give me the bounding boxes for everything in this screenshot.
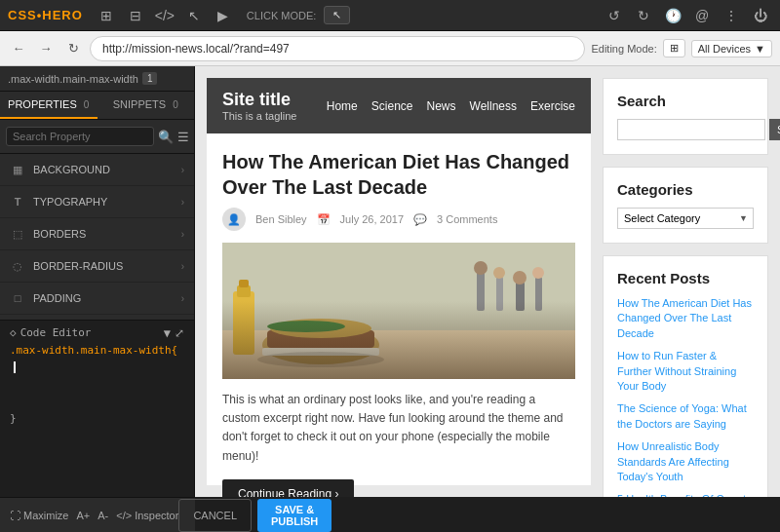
continue-reading-button[interactable]: Continue Reading › [222,479,354,497]
address-bar-row: ← → ↻ Editing Mode: ⊞ All Devices ▼ [0,31,780,66]
comment-icon: 💬 [413,213,427,226]
bottom-left-tools: ⛶ Maximize A+ A- </> Inspector [10,510,178,521]
prop-border-radius[interactable]: ◌ BORDER-RADIUS › [0,250,194,283]
post-title: How The American Diet Has Changed Over T… [222,149,575,200]
recent-post-2[interactable]: How to Run Faster & Further Without Stra… [617,349,754,394]
svg-point-6 [513,271,526,285]
at-icon[interactable]: @ [690,4,714,27]
power-icon[interactable]: ⏻ [749,4,772,27]
post-author: Ben Sibley [255,213,307,225]
devices-label: All Devices [698,43,751,55]
selector-bar: .max-width.main-max-width 1 [0,66,194,92]
tab-properties[interactable]: PROPERTIES 0 [0,92,98,119]
bottom-bar: ⛶ Maximize A+ A- </> Inspector CANCEL SA… [0,497,195,532]
more-tools-icon[interactable]: ▶ [212,4,235,27]
property-menu-icon[interactable]: ☰ [177,126,189,147]
font-up-label: A+ [76,510,90,521]
font-down-button[interactable]: A- [98,510,108,521]
maximize-icon: ⛶ [10,510,20,521]
font-up-button[interactable]: A+ [76,510,90,521]
url-input[interactable] [90,36,585,61]
categories-widget: Categories Select Category [603,167,768,244]
code-editor-dropdown-icon[interactable]: ▼ [164,326,171,340]
recent-post-4[interactable]: How Unrealistic Body Standards Are Affec… [617,439,754,484]
editing-mode-label: Editing Mode: [591,43,656,55]
properties-list: ▦ BACKGROUND › T TYPOGRAPHY › ⬚ BORDERS … [0,154,194,320]
nav-news[interactable]: News [427,99,456,113]
prop-padding-label: PADDING [33,292,81,304]
code-editor-label: Code Editor [20,326,92,339]
cursor-icon[interactable]: ↖ [182,4,206,27]
search-widget-input[interactable] [617,119,765,140]
nav-exercise[interactable]: Exercise [530,99,575,113]
selector-value: .max-width.main-max-width [8,73,138,85]
post-comments: 3 Comments [437,213,497,225]
site-title-block: Site title This is a tagline [222,90,296,122]
reload-button[interactable]: ↻ [62,38,84,59]
history-icon[interactable]: 🕐 [661,4,684,27]
typography-icon: T [10,194,25,209]
back-button[interactable]: ← [8,38,29,59]
prop-typography[interactable]: T TYPOGRAPHY › [0,186,194,218]
post-meta: 👤 Ben Sibley 📅 July 26, 2017 💬 3 Comment… [222,208,575,231]
post-date: July 26, 2017 [340,213,404,225]
prop-borders[interactable]: ⬚ BORDERS › [0,218,194,250]
inspector-label: Inspector [135,510,178,521]
site-preview: Site title This is a tagline Home Scienc… [207,78,591,485]
svg-point-4 [493,267,505,279]
grid-icon[interactable]: ⊞ [95,4,118,27]
search-widget: Search Search [603,78,768,155]
app-logo: CSS•HERO [8,8,83,22]
devices-dropdown[interactable]: All Devices ▼ [691,40,772,57]
code-editor: ◇ Code Editor ▼ ⤢ .max-width.main-max-wi… [0,320,194,498]
nav-science[interactable]: Science [371,99,413,113]
site-nav: Home Science News Wellness Exercise [327,99,575,113]
maximize-button[interactable]: ⛶ Maximize [10,510,68,521]
post-image-overlay [222,301,575,379]
layout-icon[interactable]: ⊟ [124,4,147,27]
prop-padding[interactable]: □ PADDING › [0,283,194,315]
click-mode-label: CLICK MODE: [247,10,317,21]
nav-wellness[interactable]: Wellness [470,99,517,113]
borders-icon: ⬚ [10,226,25,242]
recent-post-3[interactable]: The Science of Yoga: What the Doctors ar… [617,401,754,432]
code-closing-brace: } [10,412,184,425]
site-tagline: This is a tagline [222,110,296,122]
click-mode-selector[interactable]: ↖ [324,6,350,24]
calendar-icon: 📅 [317,213,331,226]
recent-post-5[interactable]: 5 Health Benefits Of Carrots And 10 New … [617,492,754,497]
property-search-icon[interactable]: 🔍 [158,126,174,147]
prop-background[interactable]: ▦ BACKGROUND › [0,154,194,186]
cancel-button[interactable]: CANCEL [178,499,252,532]
undo-icon[interactable]: ↺ [603,4,626,27]
code-editor-expand-icon[interactable]: ⤢ [175,326,184,340]
category-select[interactable]: Select Category [617,208,754,229]
code-editor-header: ◇ Code Editor ▼ ⤢ [10,326,184,340]
category-select-wrap: Select Category [617,208,754,229]
code-editor-title: ◇ Code Editor [10,326,91,339]
tab-snippets[interactable]: SNIPPETS 0 [98,92,195,119]
menu-icon[interactable]: ⋮ [720,4,743,27]
editing-mode-selector[interactable]: ⊞ [663,39,685,57]
prop-typography-label: TYPOGRAPHY [33,196,107,208]
panel-tabs: PROPERTIES 0 SNIPPETS 0 [0,92,194,120]
property-search-input[interactable] [6,127,154,146]
borders-arrow-icon: › [181,229,184,240]
tab-snippets-badge: 0 [173,99,178,110]
code-icon[interactable]: </> [153,4,176,27]
svg-rect-12 [239,280,249,287]
tab-snippets-label: SNIPPETS [113,98,166,110]
save-publish-button[interactable]: SAVE & PUBLISH [257,499,332,532]
recent-post-1[interactable]: How The American Diet Has Changed Over T… [617,296,754,341]
site-header: Site title This is a tagline Home Scienc… [207,78,591,133]
search-widget-button[interactable]: Search [769,119,780,140]
forward-button[interactable]: → [35,38,57,59]
background-arrow-icon: › [181,165,184,175]
code-content-area[interactable] [10,361,184,373]
nav-home[interactable]: Home [327,99,358,113]
redo-icon[interactable]: ↻ [632,4,655,27]
inspector-button[interactable]: </> Inspector [116,510,178,521]
padding-arrow-icon: › [181,293,184,304]
recent-posts-widget: Recent Posts How The American Diet Has C… [603,255,768,497]
toolbar-right-icons: ↺ ↻ 🕐 @ ⋮ ⏻ [603,4,772,27]
